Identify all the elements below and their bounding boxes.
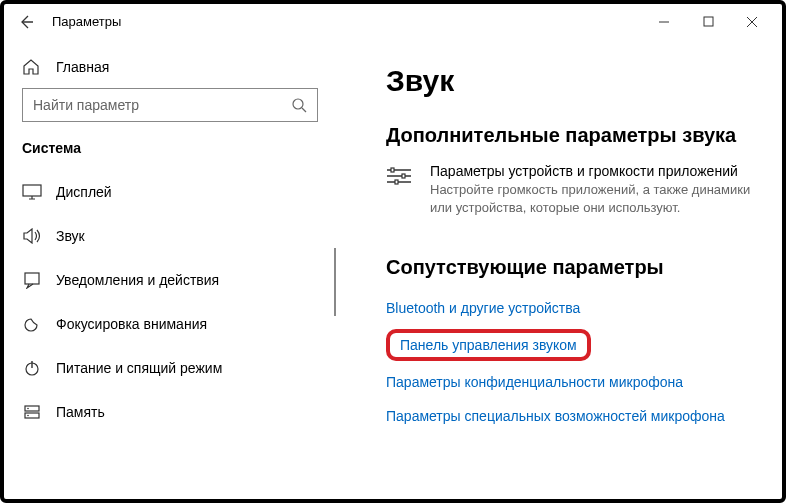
minimize-button[interactable] bbox=[642, 7, 686, 37]
content-area: Главная Система Дисплей Звук bbox=[4, 40, 782, 499]
svg-rect-3 bbox=[25, 273, 39, 284]
window-title: Параметры bbox=[52, 14, 121, 29]
svg-rect-2 bbox=[23, 185, 41, 196]
app-volume-desc: Настройте громкость приложений, а также … bbox=[430, 181, 762, 216]
home-label: Главная bbox=[56, 59, 109, 75]
page-title: Звук bbox=[386, 64, 762, 98]
sidebar-item-focus[interactable]: Фокусировка внимания bbox=[4, 302, 336, 346]
sliders-icon bbox=[386, 163, 414, 216]
arrow-left-icon bbox=[18, 14, 34, 30]
home-icon bbox=[22, 58, 42, 76]
svg-rect-11 bbox=[395, 180, 398, 184]
section-advanced-title: Дополнительные параметры звука bbox=[386, 124, 762, 147]
close-button[interactable] bbox=[730, 7, 774, 37]
storage-icon bbox=[22, 402, 42, 422]
link-sound-panel[interactable]: Панель управления звуком bbox=[400, 332, 577, 358]
highlight-annotation: Панель управления звуком bbox=[386, 329, 591, 361]
link-mic-privacy[interactable]: Параметры конфиденциальности микрофона bbox=[386, 369, 683, 395]
sidebar-item-label: Дисплей bbox=[56, 184, 112, 200]
sidebar-item-display[interactable]: Дисплей bbox=[4, 170, 336, 214]
sidebar: Главная Система Дисплей Звук bbox=[4, 40, 336, 499]
sidebar-item-notifications[interactable]: Уведомления и действия bbox=[4, 258, 336, 302]
titlebar: Параметры bbox=[4, 4, 782, 40]
svg-rect-9 bbox=[391, 168, 394, 172]
window-controls bbox=[642, 7, 774, 37]
display-icon bbox=[22, 182, 42, 202]
sidebar-section-title: Система bbox=[4, 140, 336, 170]
sidebar-item-label: Фокусировка внимания bbox=[56, 316, 207, 332]
section-related-title: Сопутствующие параметры bbox=[386, 256, 762, 279]
close-icon bbox=[746, 16, 758, 28]
link-mic-access[interactable]: Параметры специальных возможностей микро… bbox=[386, 403, 725, 429]
sound-icon bbox=[22, 226, 42, 246]
sidebar-item-label: Питание и спящий режим bbox=[56, 360, 222, 376]
sidebar-item-sound[interactable]: Звук bbox=[4, 214, 336, 258]
sidebar-scrollbar[interactable] bbox=[334, 248, 336, 316]
svg-rect-6 bbox=[25, 413, 39, 418]
maximize-icon bbox=[703, 16, 714, 27]
power-icon bbox=[22, 358, 42, 378]
svg-point-8 bbox=[27, 415, 29, 417]
svg-rect-0 bbox=[704, 17, 713, 26]
app-volume-text: Параметры устройств и громкости приложен… bbox=[430, 163, 762, 216]
link-bluetooth[interactable]: Bluetooth и другие устройства bbox=[386, 295, 580, 321]
app-volume-label: Параметры устройств и громкости приложен… bbox=[430, 163, 762, 179]
maximize-button[interactable] bbox=[686, 7, 730, 37]
sidebar-item-label: Память bbox=[56, 404, 105, 420]
svg-rect-10 bbox=[402, 174, 405, 178]
main-panel: Звук Дополнительные параметры звука Пара… bbox=[336, 40, 782, 499]
search-input[interactable] bbox=[33, 97, 291, 113]
home-nav[interactable]: Главная bbox=[4, 50, 336, 88]
sidebar-item-label: Уведомления и действия bbox=[56, 272, 219, 288]
sidebar-item-storage[interactable]: Память bbox=[4, 390, 336, 434]
sidebar-item-power[interactable]: Питание и спящий режим bbox=[4, 346, 336, 390]
related-links: Bluetooth и другие устройства Панель упр… bbox=[386, 295, 762, 429]
svg-point-1 bbox=[293, 99, 303, 109]
focus-icon bbox=[22, 314, 42, 334]
svg-rect-5 bbox=[25, 406, 39, 411]
sidebar-nav: Дисплей Звук Уведомления и действия Фоку… bbox=[4, 170, 336, 434]
search-icon bbox=[291, 97, 307, 113]
app-volume-setting[interactable]: Параметры устройств и громкости приложен… bbox=[386, 163, 762, 216]
minimize-icon bbox=[658, 16, 670, 28]
svg-point-7 bbox=[27, 408, 29, 410]
search-input-container[interactable] bbox=[22, 88, 318, 122]
back-button[interactable] bbox=[12, 8, 40, 36]
notifications-icon bbox=[22, 270, 42, 290]
sidebar-item-label: Звук bbox=[56, 228, 85, 244]
